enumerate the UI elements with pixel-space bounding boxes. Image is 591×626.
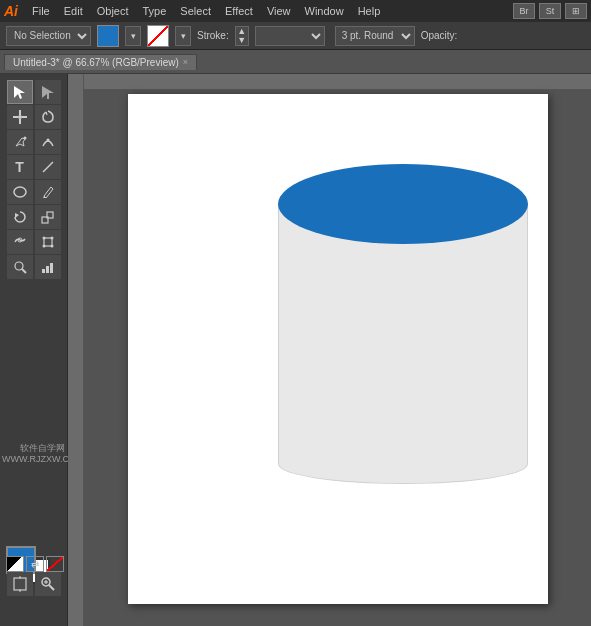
svg-rect-25: [14, 578, 26, 590]
scale-tool[interactable]: [35, 205, 61, 229]
svg-rect-23: [46, 266, 49, 273]
cylinder-body: [278, 204, 528, 484]
svg-marker-11: [15, 213, 19, 218]
menu-file[interactable]: File: [26, 3, 56, 19]
magic-wand-tool[interactable]: [7, 105, 33, 129]
svg-point-19: [50, 245, 53, 248]
svg-point-16: [42, 237, 45, 240]
svg-marker-1: [42, 86, 54, 99]
cylinder-top-ellipse: [278, 164, 528, 244]
svg-rect-22: [42, 269, 45, 273]
fill-dropdown-btn[interactable]: ▾: [125, 26, 141, 46]
svg-marker-0: [14, 86, 25, 99]
options-bar: No Selection ▾ ▾ Stroke: ▲ ▼ 3 pt. Round…: [0, 22, 591, 50]
menu-select[interactable]: Select: [174, 3, 217, 19]
stroke-up-btn[interactable]: ▲ ▼: [235, 26, 249, 46]
swap-colors-icon[interactable]: ⇄: [26, 556, 44, 572]
bottom-tool-row: [0, 572, 67, 596]
selection-dropdown[interactable]: No Selection: [6, 26, 91, 46]
menu-view[interactable]: View: [261, 3, 297, 19]
app-logo: Ai: [4, 3, 18, 19]
column-graph-tool[interactable]: [35, 255, 61, 279]
pt-round-select[interactable]: 3 pt. Round: [335, 26, 415, 46]
menu-edit[interactable]: Edit: [58, 3, 89, 19]
left-toolbar: T: [0, 74, 68, 626]
small-color-icons: ⇄: [6, 556, 64, 572]
svg-rect-24: [50, 263, 53, 273]
cylinder-illustration: [278, 164, 528, 484]
free-transform-tool[interactable]: [35, 230, 61, 254]
rotate-tool[interactable]: [7, 205, 33, 229]
direct-select-tool[interactable]: [35, 80, 61, 104]
tab-bar: Untitled-3* @ 66.67% (RGB/Preview) ×: [0, 50, 591, 74]
workspace-icon[interactable]: ⊞: [565, 3, 587, 19]
svg-rect-5: [22, 116, 27, 118]
select-tool[interactable]: [7, 80, 33, 104]
menu-object[interactable]: Object: [91, 3, 135, 19]
stroke-empty-select[interactable]: [255, 26, 325, 46]
stroke-dropdown-btn[interactable]: ▾: [175, 26, 191, 46]
stock-icon[interactable]: St: [539, 3, 561, 19]
bridge-icon[interactable]: Br: [513, 3, 535, 19]
menu-type[interactable]: Type: [137, 3, 173, 19]
fill-color-swatch[interactable]: [97, 25, 119, 47]
lasso-tool[interactable]: [35, 105, 61, 129]
svg-line-9: [43, 162, 53, 172]
svg-point-8: [46, 139, 49, 142]
none-color-icon[interactable]: [46, 556, 64, 572]
svg-point-18: [42, 245, 45, 248]
ellipse-tool[interactable]: [7, 180, 33, 204]
svg-rect-2: [19, 110, 21, 115]
menu-bar: Ai File Edit Object Type Select Effect V…: [0, 0, 591, 22]
artboard-tool[interactable]: [7, 572, 33, 596]
symbol-sprayer-tool[interactable]: [7, 255, 33, 279]
pencil-tool[interactable]: [35, 180, 61, 204]
horizontal-ruler: [68, 74, 591, 90]
document-tab[interactable]: Untitled-3* @ 66.67% (RGB/Preview) ×: [4, 54, 197, 70]
stroke-label: Stroke:: [197, 30, 229, 41]
svg-line-21: [22, 269, 26, 273]
vertical-ruler: [68, 74, 84, 626]
svg-point-6: [18, 115, 22, 119]
main-layout: T: [0, 74, 591, 626]
menu-window[interactable]: Window: [299, 3, 350, 19]
svg-point-10: [14, 187, 26, 197]
canvas-area[interactable]: [68, 74, 591, 626]
svg-line-29: [49, 585, 54, 590]
default-colors-icon[interactable]: [6, 556, 24, 572]
svg-point-20: [15, 262, 23, 270]
menu-effect[interactable]: Effect: [219, 3, 259, 19]
artboard[interactable]: [128, 94, 548, 604]
stroke-color-swatch[interactable]: [147, 25, 169, 47]
right-icons: Br St ⊞: [513, 3, 587, 19]
pen-tool[interactable]: [7, 130, 33, 154]
svg-point-7: [23, 137, 26, 140]
line-tool[interactable]: [35, 155, 61, 179]
svg-point-17: [50, 237, 53, 240]
svg-rect-4: [13, 116, 18, 118]
curvature-tool[interactable]: [35, 130, 61, 154]
type-tool[interactable]: T: [7, 155, 33, 179]
warp-tool[interactable]: [7, 230, 33, 254]
zoom-tool[interactable]: [35, 572, 61, 596]
tab-close-btn[interactable]: ×: [183, 57, 188, 67]
svg-rect-3: [19, 119, 21, 124]
tab-title: Untitled-3* @ 66.67% (RGB/Preview): [13, 57, 179, 68]
opacity-label: Opacity:: [421, 30, 458, 41]
menu-items: File Edit Object Type Select Effect View…: [26, 3, 386, 19]
svg-rect-15: [44, 238, 52, 246]
menu-help[interactable]: Help: [352, 3, 387, 19]
